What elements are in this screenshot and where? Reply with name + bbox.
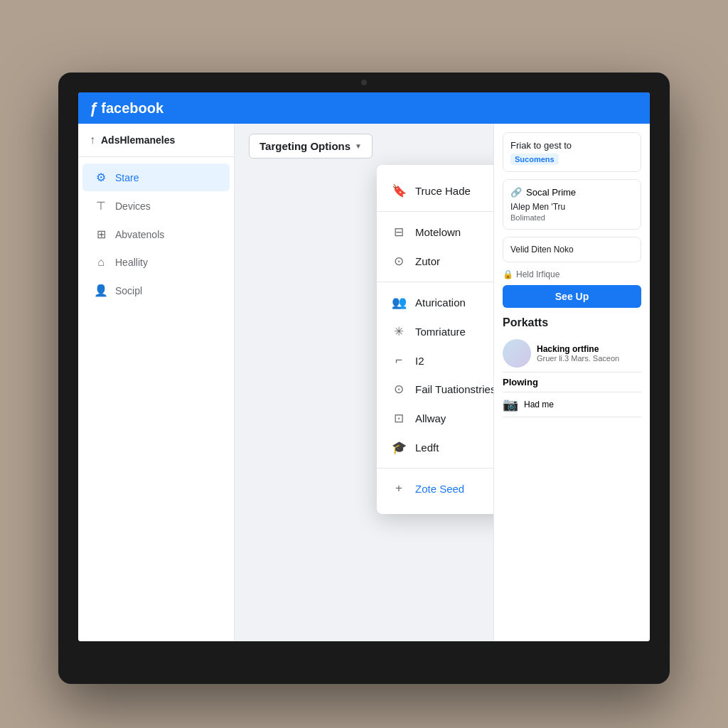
- sidebar-item-devices-label: Devices: [115, 200, 151, 212]
- dropdown-item-i2[interactable]: ⌐ I2: [377, 346, 493, 375]
- topbar: ƒ facebook: [78, 92, 650, 124]
- add-icon: +: [391, 481, 407, 496]
- main-content: ↑ AdsHlemaneles ⚙ Stare ⊤ Devices ⊞ Abva…: [78, 124, 650, 641]
- sidebar-item-abvatenols-label: Abvatenols: [115, 229, 164, 240]
- allway-icon: ⊡: [391, 411, 407, 426]
- dropdown-item-fail-tuationstries[interactable]: ⊙ Fail Tuationstries: [377, 375, 493, 404]
- i2-icon: ⌐: [391, 353, 407, 368]
- sidebar-item-heallity-label: Heallity: [115, 257, 148, 268]
- dropdown-item-motelown-label: Motelown: [415, 226, 461, 238]
- dropdown-item-zutor[interactable]: ⊙ Zutor: [377, 247, 493, 276]
- sidebar-item-socipl[interactable]: 👤 Socipl: [82, 277, 230, 304]
- sidebar-item-abvatenols[interactable]: ⊞ Abvatenols: [82, 220, 230, 248]
- social-prime-row: 🔗 Socal Prime: [510, 187, 633, 198]
- webcam: [361, 80, 367, 85]
- dropdown-item-aturication[interactable]: 👥 Aturication: [377, 288, 493, 317]
- account-label: AdsHlemaneles: [101, 134, 175, 146]
- fb-logo-icon: ƒ: [90, 99, 98, 117]
- dropdown-item-ledft[interactable]: 🎓 Ledft: [377, 433, 493, 462]
- targeting-dropdown-menu: 🔖 Truce Hade ⊟ Motelown ⊙ Zutor: [377, 165, 493, 514]
- dropdown-item-fail-tuationstries-label: Fail Tuationstries: [415, 383, 493, 395]
- sidebar: ↑ AdsHlemaneles ⚙ Stare ⊤ Devices ⊞ Abva…: [78, 124, 235, 641]
- dropdown-item-i2-label: I2: [415, 355, 424, 367]
- dropdown-item-zutor-label: Zutor: [415, 255, 440, 267]
- plowing-label: Plowing: [503, 377, 538, 387]
- screen: ƒ facebook ↑ AdsHlemaneles ⚙ Stare ⊤: [78, 92, 650, 641]
- facebook-logo: ƒ facebook: [90, 99, 164, 117]
- laptop-frame: ƒ facebook ↑ AdsHlemaneles ⚙ Stare ⊤: [58, 73, 670, 684]
- truce-hade-icon: 🔖: [391, 183, 407, 198]
- velid-label: Velid Diten Noko: [510, 245, 633, 255]
- devices-icon: ⊤: [94, 199, 108, 213]
- ledft-icon: 🎓: [391, 440, 407, 455]
- dropdown-item-ledft-label: Ledft: [415, 441, 439, 454]
- fail-tuationstries-icon: ⊙: [391, 382, 407, 397]
- held-irfique-row: 🔒 Held Irfique: [503, 269, 641, 279]
- dropdown-add-zote-seed[interactable]: + Zote Seed: [377, 474, 493, 503]
- aturication-icon: 👥: [391, 295, 407, 310]
- item1-label: IAlep Men 'Tru: [510, 202, 633, 212]
- dropdown-item-truce-hade[interactable]: 🔖 Truce Hade: [377, 176, 493, 205]
- bolimated-label: Bolimated: [510, 213, 633, 222]
- social-prime-label: Socal Prime: [526, 187, 576, 198]
- had-me-label: Had me: [524, 400, 554, 410]
- dropdown-item-motelown[interactable]: ⊟ Motelown: [377, 218, 493, 247]
- stare-icon: ⚙: [94, 171, 108, 184]
- sidebar-item-stare-label: Stare: [115, 172, 139, 183]
- sidebar-item-heallity[interactable]: ⌂ Heallity: [82, 249, 230, 276]
- targeting-options-button[interactable]: Targeting Options ▼: [249, 134, 373, 159]
- toolbar: Targeting Options ▼: [235, 124, 493, 168]
- held-label: Held Irfique: [516, 269, 560, 279]
- heallity-icon: ⌂: [94, 256, 108, 269]
- plowing-item: Plowing: [503, 373, 641, 392]
- hacking-item: Hacking ortfine Gruer li.3 Mars. Saceon: [503, 335, 641, 373]
- page-content: Targeting Options ▼ 🔖 Truce Hade: [235, 124, 493, 641]
- see-up-button[interactable]: See Up: [503, 285, 641, 308]
- dropdown-arrow-icon: ▼: [355, 142, 362, 150]
- socipl-icon: 👤: [94, 284, 108, 297]
- dropdown-section-1: 🔖 Truce Hade: [377, 173, 493, 208]
- sidebar-item-devices[interactable]: ⊤ Devices: [82, 192, 230, 220]
- dropdown-add-label: Zote Seed: [415, 483, 464, 495]
- zutor-icon: ⊙: [391, 254, 407, 269]
- had-me-item: 📷 Had me: [503, 392, 641, 417]
- hacking-sub: Gruer li.3 Mars. Saceon: [537, 354, 619, 363]
- sucomens-badge: Sucomens: [510, 154, 559, 165]
- instagram-icon: 📷: [503, 397, 518, 412]
- social-prime-icon: 🔗: [510, 187, 522, 198]
- tomriature-icon: ✳: [391, 324, 407, 339]
- sidebar-item-socipl-label: Socipl: [115, 285, 142, 296]
- right-panel-card-velid: Velid Diten Noko: [503, 237, 641, 262]
- dropdown-item-allway[interactable]: ⊡ Allway: [377, 404, 493, 433]
- hacking-info: Hacking ortfine Gruer li.3 Mars. Saceon: [537, 344, 619, 363]
- dropdown-item-tomriature[interactable]: ✳ Tomriature: [377, 317, 493, 346]
- sidebar-item-stare[interactable]: ⚙ Stare: [82, 164, 230, 191]
- right-panel: Friak to gest to Sucomens 🔗 Socal Prime …: [493, 124, 650, 641]
- hacking-avatar: [503, 339, 531, 368]
- abvatenols-icon: ⊞: [94, 228, 108, 241]
- dropdown-section-2: ⊟ Motelown ⊙ Zutor: [377, 211, 493, 279]
- targeting-options-label: Targeting Options: [259, 140, 350, 152]
- card1-text: Friak to gest to: [510, 140, 633, 151]
- fb-logo-text: facebook: [101, 100, 164, 117]
- dropdown-section-add: + Zote Seed: [377, 468, 493, 505]
- held-icon: 🔒: [503, 269, 513, 279]
- sidebar-nav: ⚙ Stare ⊤ Devices ⊞ Abvatenols ⌂ Heallit…: [78, 157, 234, 311]
- motelown-icon: ⊟: [391, 225, 407, 240]
- porkatts-title: Porkatts: [503, 316, 641, 329]
- dropdown-item-allway-label: Allway: [415, 412, 446, 424]
- dropdown-item-tomriature-label: Tomriature: [415, 326, 466, 338]
- account-selector[interactable]: ↑ AdsHlemaneles: [78, 124, 234, 157]
- right-panel-card-social: 🔗 Socal Prime IAlep Men 'Tru Bolimated: [503, 179, 641, 230]
- right-panel-card-1: Friak to gest to Sucomens: [503, 132, 641, 172]
- hacking-label: Hacking ortfine: [537, 344, 619, 354]
- dropdown-section-3: 👥 Aturication ✳ Tomriature ⌐ I2 ⊙: [377, 282, 493, 465]
- dropdown-item-truce-hade-label: Truce Hade: [415, 185, 471, 197]
- dropdown-item-aturication-label: Aturication: [415, 296, 466, 309]
- account-icon: ↑: [90, 134, 95, 146]
